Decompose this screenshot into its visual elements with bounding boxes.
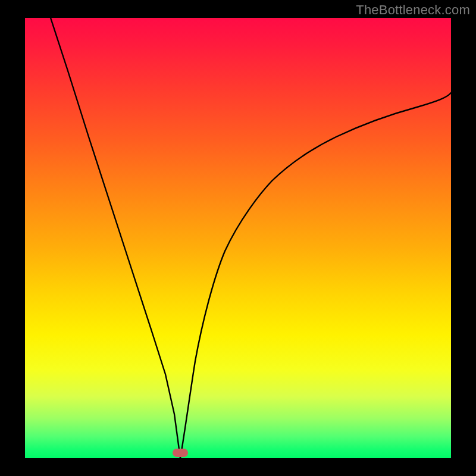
min-marker <box>173 449 188 457</box>
chart-frame: TheBottleneck.com <box>0 0 476 476</box>
bottleneck-curve <box>25 18 451 458</box>
watermark-text: TheBottleneck.com <box>356 2 470 18</box>
curve-right-branch <box>180 93 451 458</box>
curve-left-branch <box>51 18 180 458</box>
plot-area <box>25 18 451 458</box>
